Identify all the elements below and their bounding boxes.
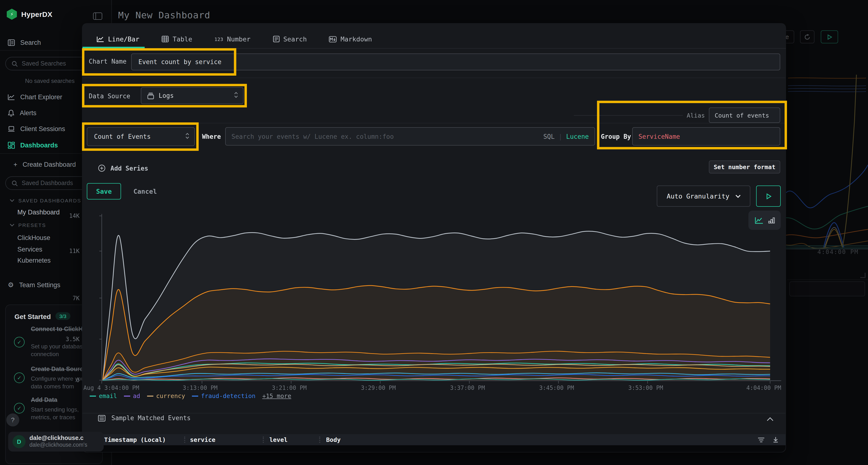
user-subtitle: dale@clickhouse.com's bbox=[29, 442, 87, 447]
search-tab-icon bbox=[273, 36, 279, 42]
no-saved-searches-note: No saved searches bbox=[25, 77, 74, 84]
run-chart-button[interactable] bbox=[756, 186, 781, 207]
legend-item[interactable]: fraud-detection bbox=[192, 392, 255, 399]
set-number-format-button[interactable]: Set number format bbox=[709, 161, 780, 173]
sql-mode-toggle[interactable]: SQL bbox=[543, 133, 555, 140]
sidebar-item-label: Alerts bbox=[20, 109, 36, 117]
chevron-down-icon bbox=[735, 194, 740, 198]
divider bbox=[83, 77, 785, 78]
x-tick-label: 3:45:00 PM bbox=[539, 385, 574, 391]
x-tick-label: 3:29:00 PM bbox=[361, 385, 396, 391]
dashboards-icon bbox=[8, 141, 15, 148]
chevron-down-icon bbox=[10, 199, 14, 202]
user-name: dale@clickhouse.c bbox=[29, 435, 84, 441]
archive-box-icon bbox=[147, 92, 154, 99]
events-table-header: Timestamp (Local) service level Body bbox=[83, 434, 785, 445]
user-menu[interactable]: D dale@clickhouse.c dale@clickhouse.com'… bbox=[8, 432, 104, 452]
chevron-down-icon bbox=[10, 224, 14, 227]
group-by-input[interactable]: ServiceName bbox=[632, 127, 780, 145]
preview-chart[interactable] bbox=[83, 212, 785, 391]
markdown-icon bbox=[329, 36, 337, 42]
tab-markdown[interactable]: Markdown bbox=[329, 35, 372, 43]
bell-icon bbox=[8, 109, 14, 117]
column-resize-handle[interactable] bbox=[319, 437, 320, 443]
legend-item[interactable]: email bbox=[90, 392, 117, 399]
plus-icon: + bbox=[13, 161, 18, 168]
resize-icon[interactable] bbox=[860, 273, 866, 278]
sidebar-item-label: Team Settings bbox=[19, 281, 60, 289]
line-chart-icon bbox=[96, 36, 104, 42]
x-tick-label: 4:04:00 PM bbox=[746, 385, 781, 391]
chart-explorer-icon bbox=[8, 94, 15, 100]
sidebar-item-label: Client Sessions bbox=[20, 125, 65, 132]
tab-search[interactable]: Search bbox=[273, 35, 307, 43]
brand[interactable]: ⚡ HyperDX bbox=[7, 9, 53, 20]
legend-item[interactable]: ad bbox=[124, 392, 140, 399]
add-series-button[interactable]: Add Series bbox=[98, 164, 148, 172]
sidebar-item-services[interactable]: Services bbox=[18, 246, 42, 253]
active-tab-underline bbox=[83, 47, 145, 48]
section-label: SAVED DASHBOARDS bbox=[18, 198, 81, 203]
background-axis-label: 4:04:00 PM bbox=[817, 248, 859, 255]
legend-swatch bbox=[90, 395, 96, 396]
chart-name-input[interactable]: Event count by service bbox=[131, 54, 780, 70]
sidebar-item-clickhouse[interactable]: ClickHouse bbox=[18, 234, 51, 241]
sidebar-item-kubernetes[interactable]: Kubernetes bbox=[18, 257, 51, 264]
presets-section[interactable]: PRESETS bbox=[10, 222, 46, 228]
play-icon bbox=[766, 193, 771, 199]
tab-label: Number bbox=[227, 35, 250, 43]
divider bbox=[83, 123, 785, 123]
divider bbox=[83, 413, 785, 413]
filter-icon[interactable] bbox=[757, 437, 765, 442]
saved-dashboards-section[interactable]: SAVED DASHBOARDS bbox=[10, 198, 81, 203]
page-title: My New Dashboard bbox=[118, 10, 210, 20]
alias-input[interactable]: Count of events bbox=[709, 107, 780, 123]
lucene-mode-toggle[interactable]: Lucene bbox=[566, 133, 589, 140]
granularity-select[interactable]: Auto Granularity bbox=[657, 186, 750, 207]
tab-label: Line/Bar bbox=[108, 35, 140, 43]
help-button[interactable]: ? bbox=[6, 413, 19, 427]
background-chart bbox=[786, 48, 868, 250]
sidebar-item-my-dashboard[interactable]: My Dashboard bbox=[18, 209, 60, 216]
data-source-select[interactable]: Logs bbox=[141, 87, 244, 104]
refresh-button[interactable] bbox=[800, 30, 814, 43]
gear-icon: ⚙ bbox=[8, 281, 14, 289]
cancel-button[interactable]: Cancel bbox=[130, 183, 160, 199]
legend-swatch bbox=[192, 395, 198, 396]
laptop-icon bbox=[8, 126, 15, 132]
collapse-sidebar-icon[interactable] bbox=[93, 12, 102, 20]
x-tick-label: 3:13:00 PM bbox=[183, 385, 218, 391]
sample-matched-events-header[interactable]: Sample Matched Events bbox=[98, 414, 191, 422]
legend-swatch bbox=[147, 395, 153, 396]
background-play-button[interactable] bbox=[821, 30, 838, 43]
where-input[interactable]: Search your events w/ Lucene ex. column:… bbox=[225, 127, 595, 145]
legend-item[interactable]: currency bbox=[147, 392, 185, 399]
sidebar-item-label: Dashboards bbox=[20, 141, 58, 148]
column-header[interactable]: level bbox=[269, 436, 287, 443]
column-header[interactable]: Body bbox=[326, 436, 341, 443]
tab-line-bar[interactable]: Line/Bar bbox=[96, 35, 140, 43]
download-icon[interactable] bbox=[773, 437, 779, 443]
save-button[interactable]: Save bbox=[87, 183, 121, 199]
x-tick-label: 3:37:00 PM bbox=[450, 385, 485, 391]
column-header[interactable]: service bbox=[190, 436, 215, 443]
background-empty-input[interactable] bbox=[789, 281, 865, 296]
tab-table[interactable]: Table bbox=[161, 35, 192, 43]
table-icon bbox=[161, 36, 169, 42]
column-resize-handle[interactable] bbox=[184, 437, 185, 443]
column-header[interactable]: Timestamp (Local) bbox=[104, 436, 166, 443]
legend-more-link[interactable]: +15 more bbox=[262, 392, 291, 399]
events-table-body bbox=[83, 445, 785, 452]
mode-separator: | bbox=[558, 133, 562, 140]
column-resize-handle[interactable] bbox=[262, 437, 264, 443]
section-label: PRESETS bbox=[18, 222, 46, 228]
saved-searches-placeholder: Saved Searches bbox=[22, 60, 66, 67]
chevron-up-icon[interactable] bbox=[767, 417, 774, 421]
tab-number[interactable]: 123 Number bbox=[214, 35, 250, 43]
tab-bar: Line/Bar Table 123 Number Search Markdow… bbox=[82, 30, 372, 48]
divider bbox=[787, 279, 868, 280]
data-source-value: Logs bbox=[159, 92, 174, 99]
sidebar-item-label: Search bbox=[20, 39, 41, 46]
updown-chevrons-icon bbox=[234, 92, 238, 100]
aggregation-select[interactable]: Count of Events bbox=[87, 127, 195, 146]
